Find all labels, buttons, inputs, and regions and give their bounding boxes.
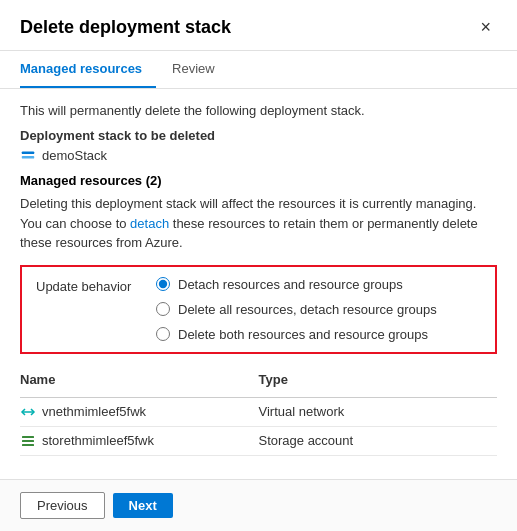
next-button[interactable]: Next bbox=[113, 493, 173, 518]
managed-resources-label: Managed resources (2) bbox=[20, 173, 497, 188]
update-behavior-label: Update behavior bbox=[36, 277, 156, 294]
radio-options: Detach resources and resource groups Del… bbox=[156, 277, 437, 342]
radio-detach[interactable] bbox=[156, 277, 170, 291]
svg-rect-4 bbox=[22, 440, 34, 442]
detach-link[interactable]: detach bbox=[130, 216, 169, 231]
column-name: Name bbox=[20, 368, 259, 391]
dialog-header: Delete deployment stack × bbox=[0, 0, 517, 51]
column-type: Type bbox=[259, 368, 498, 391]
svg-rect-3 bbox=[22, 436, 34, 438]
svg-rect-5 bbox=[22, 444, 34, 446]
stack-icon bbox=[20, 147, 36, 163]
radio-option-delete-both[interactable]: Delete both resources and resource group… bbox=[156, 327, 437, 342]
svg-rect-1 bbox=[22, 156, 34, 159]
update-behavior-box: Update behavior Detach resources and res… bbox=[20, 265, 497, 354]
row1-name: vnethmimleef5fwk bbox=[42, 404, 146, 419]
radio-option-delete-all[interactable]: Delete all resources, detach resource gr… bbox=[156, 302, 437, 317]
radio-option-detach[interactable]: Detach resources and resource groups bbox=[156, 277, 437, 292]
tab-managed-resources[interactable]: Managed resources bbox=[20, 51, 156, 88]
svg-rect-0 bbox=[22, 151, 34, 154]
radio-detach-label: Detach resources and resource groups bbox=[178, 277, 403, 292]
radio-delete-both[interactable] bbox=[156, 327, 170, 341]
table-row: vnethmimleef5fwk Virtual network bbox=[20, 398, 497, 427]
tab-bar: Managed resources Review bbox=[0, 51, 517, 89]
table-row: storethmimleef5fwk Storage account bbox=[20, 427, 497, 456]
dialog-title: Delete deployment stack bbox=[20, 17, 231, 38]
row2-type: Storage account bbox=[259, 433, 354, 448]
tab-review[interactable]: Review bbox=[172, 51, 229, 88]
radio-delete-all[interactable] bbox=[156, 302, 170, 316]
table-header: Name Type bbox=[20, 368, 497, 398]
info-text: Deleting this deployment stack will affe… bbox=[20, 194, 497, 253]
delete-deployment-dialog: Delete deployment stack × Managed resour… bbox=[0, 0, 517, 531]
row1-type: Virtual network bbox=[259, 404, 345, 419]
dialog-footer: Previous Next bbox=[0, 479, 517, 531]
close-button[interactable]: × bbox=[474, 16, 497, 38]
radio-delete-both-label: Delete both resources and resource group… bbox=[178, 327, 428, 342]
warning-text: This will permanently delete the followi… bbox=[20, 103, 497, 118]
stack-name-row: demoStack bbox=[20, 147, 497, 163]
row1-type-cell: Virtual network bbox=[259, 404, 498, 419]
stack-section-label: Deployment stack to be deleted bbox=[20, 128, 497, 143]
storage-icon bbox=[20, 433, 36, 449]
radio-delete-all-label: Delete all resources, detach resource gr… bbox=[178, 302, 437, 317]
row1-name-cell: vnethmimleef5fwk bbox=[20, 404, 259, 420]
row2-name-cell: storethmimleef5fwk bbox=[20, 433, 259, 449]
row2-type-cell: Storage account bbox=[259, 433, 498, 448]
dialog-content: This will permanently delete the followi… bbox=[0, 89, 517, 479]
row2-name: storethmimleef5fwk bbox=[42, 433, 154, 448]
vnet-icon bbox=[20, 404, 36, 420]
resources-table: Name Type vnethmimleef5fwk Virtual net bbox=[20, 368, 497, 456]
previous-button[interactable]: Previous bbox=[20, 492, 105, 519]
stack-name-text: demoStack bbox=[42, 148, 107, 163]
